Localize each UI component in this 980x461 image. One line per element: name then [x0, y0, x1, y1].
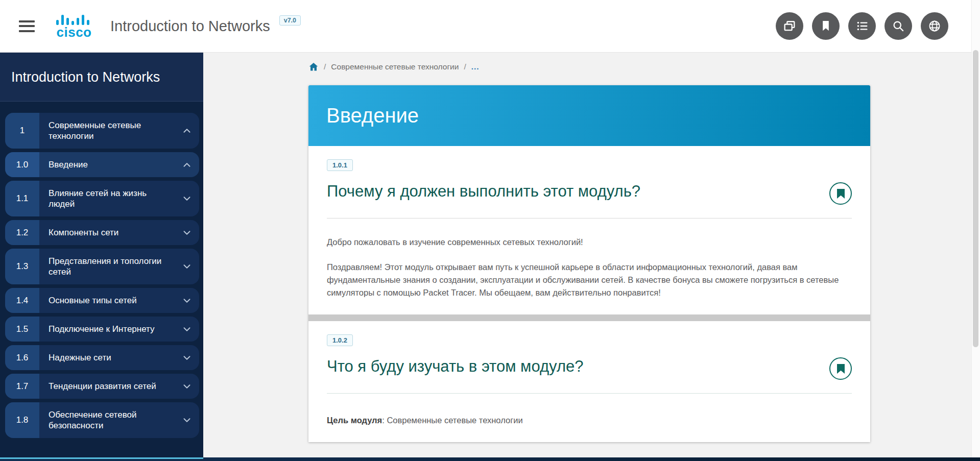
item-number: 1	[5, 113, 39, 149]
topic-number-badge: 1.0.1	[327, 159, 353, 171]
sidebar-item-1.1[interactable]: 1.1Влияние сетей на жизнь людей	[5, 181, 199, 216]
sidebar-item-1.7[interactable]: 1.7Тенденции развития сетей	[5, 374, 199, 399]
sidebar-course-title: Introduction to Networks	[0, 53, 203, 102]
item-label: Обеспечение сетевой безопасности	[39, 402, 175, 438]
course-sidebar: Introduction to Networks 1Современные се…	[0, 53, 203, 457]
chevron-down-icon	[175, 181, 199, 216]
sidebar-item-1.6[interactable]: 1.6Надежные сети	[5, 345, 199, 370]
topic-title: Что я буду изучать в этом модуле?	[327, 357, 583, 376]
chevron-down-icon	[175, 317, 199, 342]
bookmark-topic-button[interactable]	[829, 357, 852, 380]
topic-section-1-0-2: 1.0.2 Что я буду изучать в этом модуле? …	[308, 321, 870, 442]
bookmark-icon[interactable]	[812, 12, 840, 40]
sidebar-item-1.8[interactable]: 1.8Обеспечение сетевой безопасности	[5, 402, 199, 438]
paragraph: Поздравляем! Этот модуль открывает вам п…	[327, 261, 844, 299]
chevron-up-icon	[175, 113, 199, 149]
cisco-logo: cisco	[55, 14, 93, 39]
chevron-down-icon	[175, 249, 199, 284]
windows-icon[interactable]	[776, 12, 803, 40]
globe-icon[interactable]	[921, 12, 948, 40]
item-label: Введение	[39, 152, 175, 177]
item-label: Компоненты сети	[39, 220, 175, 245]
lesson-card: Введение 1.0.1 Почему я должен выполнить…	[308, 85, 870, 442]
module-goal-label: Цель модуля	[327, 416, 382, 425]
topic-title: Почему я должен выполнить этот модуль?	[327, 182, 640, 201]
chevron-down-icon	[175, 402, 199, 438]
module-goal-text: Цель модуля: Современные сетевые техноло…	[327, 414, 844, 427]
item-number: 1.7	[5, 374, 39, 399]
chevron-down-icon	[175, 220, 199, 245]
item-number: 1.3	[5, 249, 39, 284]
lesson-banner: Введение	[308, 85, 870, 146]
item-label: Представления и топологии сетей	[39, 249, 175, 284]
sidebar-item-1.2[interactable]: 1.2Компоненты сети	[5, 220, 199, 245]
chevron-down-icon	[175, 345, 199, 370]
breadcrumb-separator: /	[324, 62, 326, 71]
item-label: Современные сетевые технологии	[39, 113, 175, 149]
item-number: 1.0	[5, 152, 39, 177]
header-toolbar	[776, 12, 948, 40]
item-number: 1.8	[5, 402, 39, 438]
topic-number-badge: 1.0.2	[327, 334, 353, 346]
heading-divider	[327, 218, 852, 219]
item-label: Надежные сети	[39, 345, 175, 370]
sidebar-item-1[interactable]: 1Современные сетевые технологии	[5, 113, 199, 149]
scrollbar-thumb[interactable]	[973, 50, 978, 347]
app-header: cisco Introduction to Networks v7.0	[0, 0, 980, 53]
bookmark-topic-button[interactable]	[829, 182, 852, 205]
item-number: 1.5	[5, 317, 39, 342]
main-content: / Современные сетевые технологии / ... В…	[203, 53, 980, 457]
item-label: Подключение к Интернету	[39, 317, 175, 342]
breadcrumb: / Современные сетевые технологии / ...	[308, 62, 980, 72]
item-number: 1.6	[5, 345, 39, 370]
chevron-down-icon	[175, 374, 199, 399]
list-icon[interactable]	[848, 12, 876, 40]
heading-divider	[327, 393, 852, 394]
chevron-down-icon	[175, 288, 199, 313]
item-label: Основные типы сетей	[39, 288, 175, 313]
course-title: Introduction to Networks	[110, 18, 270, 35]
home-icon[interactable]	[308, 62, 319, 72]
sidebar-item-1.4[interactable]: 1.4Основные типы сетей	[5, 288, 199, 313]
lesson-banner-title: Введение	[326, 104, 419, 127]
progress-indicator	[0, 457, 203, 459]
paragraph: Добро пожаловать в изучение современных …	[327, 236, 844, 249]
item-label: Тенденции развития сетей	[39, 374, 175, 399]
breadcrumb-separator: /	[464, 62, 466, 71]
section-divider	[308, 314, 870, 321]
cisco-wordmark: cisco	[57, 26, 92, 39]
breadcrumb-ellipsis[interactable]: ...	[471, 62, 480, 71]
menu-icon[interactable]	[19, 17, 35, 35]
item-number: 1.2	[5, 220, 39, 245]
bottom-bar	[0, 457, 980, 461]
item-number: 1.4	[5, 288, 39, 313]
breadcrumb-module[interactable]: Современные сетевые технологии	[331, 62, 459, 71]
sidebar-item-1.3[interactable]: 1.3Представления и топологии сетей	[5, 249, 199, 284]
version-badge: v7.0	[279, 15, 301, 26]
item-label: Влияние сетей на жизнь людей	[39, 181, 175, 216]
topic-section-1-0-1: 1.0.1 Почему я должен выполнить этот мод…	[308, 146, 870, 314]
item-number: 1.1	[5, 181, 39, 216]
sidebar-item-1.0[interactable]: 1.0Введение	[5, 152, 199, 177]
search-icon[interactable]	[885, 12, 912, 40]
page-scrollbar[interactable]	[971, 0, 980, 461]
sidebar-item-1.5[interactable]: 1.5Подключение к Интернету	[5, 317, 199, 342]
chevron-up-icon	[175, 152, 199, 177]
sidebar-items: 1Современные сетевые технологии1.0Введен…	[0, 102, 203, 438]
